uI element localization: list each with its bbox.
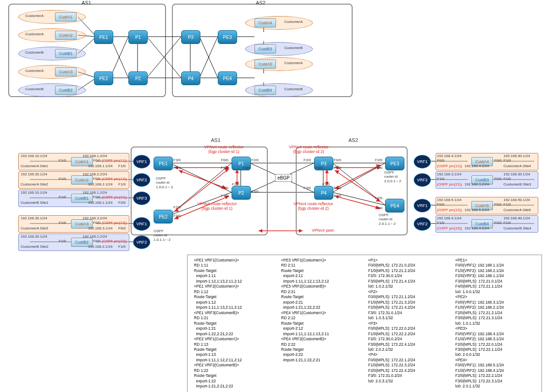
config-table: <PE1 VRF1(CustomerA)> RD 1:11 Route-Targ…: [187, 255, 542, 392]
sa4-peip2: 192.168.4.2/24: [464, 164, 489, 168]
ospf4: OSPF router-id 2.0.1.1～2: [379, 213, 396, 226]
if-p2-f30: F3/0: [251, 190, 259, 194]
if-p1-f30: F3/0: [243, 166, 250, 170]
sa1-ip: 192.168.10.1/24: [21, 154, 47, 158]
sb1-peip2: 192.168.1.1/24: [88, 201, 112, 205]
vrf-pe4-2: VRF2: [414, 217, 431, 231]
if-p3-f20: F2/0: [304, 158, 311, 162]
vrf-pe4-1: VRF1: [414, 199, 431, 212]
sb2-ospf: (OSPF prc(22)): [102, 239, 127, 243]
if-pe2-f30: F3/0: [173, 214, 181, 218]
sb4-ip: 192.168.40.1/24: [503, 216, 530, 220]
sb3-if: F1/0: [503, 177, 511, 181]
sa2-peif: F0/0: [93, 177, 100, 181]
sa3-if: F1/0: [59, 221, 66, 225]
sa1-ospf: (OSPF prc(11)): [102, 158, 127, 163]
sb3-ospf: (OSPF prc(21)): [437, 182, 462, 186]
sa1-peip2: 192.168.1.1/24: [88, 164, 112, 168]
sa1-peif: F0/0: [93, 158, 100, 163]
vrf-pe2-1: VRF1: [133, 217, 150, 231]
cfg-col-4: <PE1> F0/0(VRF1): 192.168.1.1/24 F1/0(VR…: [452, 258, 539, 391]
sb2-peip: 192.168.2.2/24: [83, 234, 107, 239]
sb4-name: CustomerB Site4: [503, 226, 531, 230]
lbl-custA-1: CustomerA: [25, 14, 44, 18]
sb4-if: F1/0: [503, 221, 511, 225]
sb4-peip: 192.168.4.1/24: [437, 216, 461, 220]
if-p2-f10: F1/0: [221, 194, 228, 198]
sb3-ip: 192.168.30.1/24: [503, 172, 530, 176]
ospf3: OSPF router-id 2.0.0.1～2: [384, 170, 401, 184]
top-custb4: CustB4: [254, 86, 276, 95]
sb1-if: F1/0: [59, 195, 66, 199]
if-pe3-f20: F2/0: [375, 158, 382, 162]
if-p3-f00: F0/0: [334, 158, 341, 162]
cfg-col-3: <P1> F0/0(MPLS): 172.21.0.2/24 F1/0(MPLS…: [365, 258, 452, 391]
if-pe4-f30: F3/0: [375, 206, 382, 210]
lbl-custA-5: CustomerA: [284, 61, 303, 65]
sb3-peif: F1/0: [437, 177, 444, 181]
rr2-label-bot: VPNv4 route-reflector (bgp cluster-id 2): [293, 201, 333, 211]
sa1-name: CustomerA Site1: [21, 164, 48, 168]
if-p4-f20: F2/0: [322, 182, 330, 186]
vrf-pe1-2: VRF2: [133, 173, 150, 187]
lbl-custB-4: CustomerB: [284, 87, 303, 91]
if-p1-f00: F0/0: [221, 158, 228, 162]
mid-p4: P4: [314, 186, 333, 200]
top-custb2: CustB2: [55, 86, 77, 95]
sa1-peip: 192.168.1.2/24: [83, 154, 107, 158]
sa5-peif: F0/0: [437, 202, 444, 207]
top-custb3: CustB3: [254, 44, 276, 54]
sa2-ip: 192.168.20.1/24: [21, 172, 47, 176]
sa3-peip: 192.168.3.2/24: [83, 216, 107, 220]
sb2-peif2: F1/0: [118, 245, 126, 249]
peer-label: VPNv4 peer: [312, 228, 334, 233]
sa5-peip2: 192.168.5.2/24: [464, 208, 489, 212]
top-p4: P4: [181, 71, 200, 85]
ebgp-label: eBGP: [275, 174, 292, 182]
if-p1-f10: F1/0: [221, 166, 228, 170]
rr1-label-bot: VPNv4 route-reflector (bgp cluster-id 1): [197, 201, 237, 211]
top-as1-label: AS1: [82, 0, 91, 5]
top-custa5: CustA5: [254, 60, 276, 69]
lbl-custA-2: CustomerA: [25, 32, 44, 36]
if-pe1-f30: F3/0: [173, 158, 181, 162]
sa5-name: CustomerA Site5: [503, 208, 531, 212]
top-p3: P3: [181, 30, 200, 44]
top-custa2: CustA2: [55, 31, 77, 40]
sa3-ip: 192.168.30.1/24: [21, 216, 47, 220]
sb4-peif: F1/0: [437, 221, 444, 225]
sb1-ip: 192.168.10.1/24: [21, 191, 47, 195]
vrf-pe1-1: VRF1: [133, 155, 150, 169]
sa3-name: CustomerA Site3: [21, 226, 48, 230]
sb4-peif2: F0/0: [494, 221, 502, 225]
top-as2-label: AS2: [256, 0, 265, 5]
if-p3-f10: F1/0: [334, 166, 341, 170]
sb2-name: CustomerB Site2: [21, 245, 48, 249]
sb2-peip2: 192.168.2.1/24: [88, 245, 112, 249]
sa4-peip: 192.168.4.1/24: [437, 154, 461, 158]
top-custa4: CustA4: [254, 18, 276, 27]
mid-pe4: PE4: [385, 199, 404, 212]
mid-as1-label: AS1: [211, 137, 221, 143]
if-p4-f30: F3/0: [304, 186, 311, 190]
rr2-label-top: VPNv4 route-reflector (bgp cluster-id 2): [289, 145, 329, 154]
sb2-ip: 192.168.20.1/24: [21, 234, 47, 239]
mid-as2-label: AS2: [348, 137, 358, 143]
sb2-peif: F0/0: [93, 239, 100, 243]
vrf-pe2-2: VRF2: [133, 235, 150, 249]
sb3-peip2: 192.168.3.2/24: [464, 182, 489, 186]
top-pe2: PE2: [94, 71, 113, 85]
mid-p2: P2: [232, 186, 251, 200]
lbl-custB-2: CustomerB: [25, 87, 44, 91]
lbl-custB-1: CustomerB: [25, 50, 44, 54]
vrf-pe3-2: VRF2: [414, 173, 431, 187]
top-custa1: CustA1: [55, 12, 77, 22]
sb3-peif2: F0/0: [494, 177, 502, 181]
sb1-name: CustomerB Site1: [21, 201, 48, 205]
sa4-peif2: F0/0: [494, 158, 502, 163]
lbl-custA-4: CustomerA: [284, 20, 303, 24]
if-pe1-f40: F4/0: [173, 166, 181, 170]
sa5-peif2: F0/0: [494, 202, 502, 207]
top-p2: P2: [128, 71, 148, 85]
lbl-custB-3: CustomerB: [284, 46, 303, 50]
